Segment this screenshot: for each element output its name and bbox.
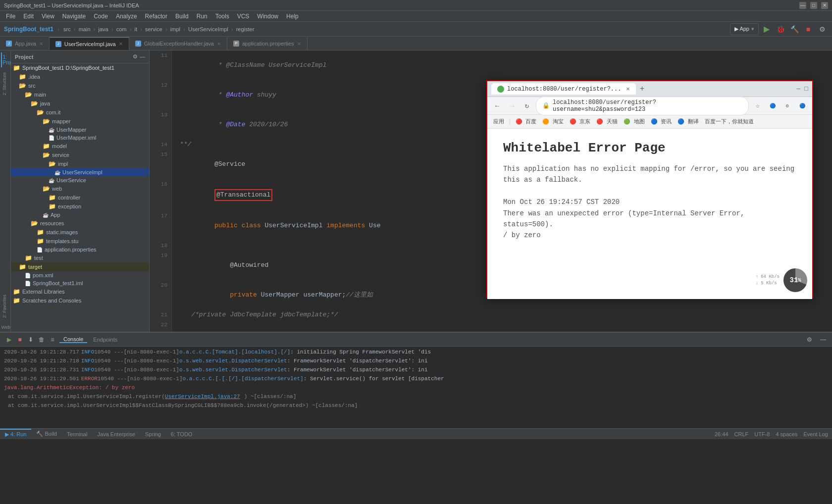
settings-button[interactable]: ⚙ (816, 23, 828, 35)
stop-button[interactable]: ■ (802, 23, 814, 35)
project-tab[interactable]: 1: Project (1, 52, 10, 67)
settings-run[interactable]: ⚙ (804, 335, 814, 345)
stack-link-1[interactable]: UserServiceImpl.java:27 (165, 392, 240, 401)
tree-app-properties[interactable]: 📄 application.properties (11, 246, 149, 253)
bookmark-taobao[interactable]: 🟠 淘宝 (540, 118, 566, 125)
tree-target[interactable]: 📁 target (11, 262, 149, 271)
extension-button3[interactable]: 🔵 (796, 100, 808, 112)
tree-idea[interactable]: 📁 .idea (11, 72, 149, 81)
tree-model[interactable]: 📁 model (11, 142, 149, 151)
tree-templates[interactable]: 📁 templates.stu (11, 237, 149, 246)
java-enterprise-tab[interactable]: Java Enterprise (93, 431, 140, 437)
bookmark-ditu[interactable]: 🟢 地图 (622, 118, 647, 125)
tab-userserviceimpl[interactable]: J UserServiceImpl.java ✕ (50, 37, 129, 50)
rerun-button[interactable]: ▶ (4, 335, 14, 345)
refresh-button[interactable]: ↻ (521, 100, 533, 112)
tab-globalexception[interactable]: J GlobalExceptionHandler.java ✕ (129, 37, 227, 50)
new-tab-button[interactable]: + (640, 85, 645, 94)
structure-tab[interactable]: 2: Structure (1, 68, 10, 100)
tree-web[interactable]: 📂 web (11, 184, 149, 193)
code-editor[interactable]: 11 * @ClassName UserServiceImpl 12 * @Au… (150, 50, 832, 332)
tree-controller[interactable]: 📁 controller (11, 193, 149, 202)
bookmark-zixun[interactable]: 🔵 资讯 (649, 118, 674, 125)
close-button[interactable]: ✕ (821, 2, 828, 9)
menu-refactor[interactable]: Refactor (141, 11, 171, 22)
tree-scratches[interactable]: 📁 Scratches and Consoles (11, 296, 149, 305)
clear-output[interactable]: 🗑 (37, 335, 47, 345)
menu-navigate[interactable]: Navigate (58, 11, 90, 22)
back-button[interactable]: ← (491, 100, 503, 112)
tree-main[interactable]: 📂 main (11, 90, 149, 99)
tree-comit[interactable]: 📂 com.it (11, 108, 149, 117)
extension-button2[interactable]: ⚙ (781, 100, 793, 112)
sidebar-gear[interactable]: ⚙ (133, 53, 138, 60)
todo-tab[interactable]: 6: TODO (166, 431, 198, 437)
maximize-button[interactable]: □ (810, 2, 817, 9)
scroll-to-end[interactable]: ⬇ (26, 335, 36, 345)
run-tab-btn[interactable]: ▶ 4: Run (0, 429, 31, 439)
tree-java[interactable]: 📂 java (11, 99, 149, 108)
tab-close-props[interactable]: ✕ (297, 41, 301, 47)
tree-service[interactable]: 📂 service (11, 151, 149, 159)
tree-userserviceimpl[interactable]: ☕ UserServiceImpl (11, 168, 149, 176)
run-config-dropdown[interactable]: ▶ App ▾ (730, 23, 759, 35)
tree-resources[interactable]: 📂 resources (11, 219, 149, 228)
endpoints-tab[interactable]: Endpoints (89, 337, 121, 343)
tab-close-globalexception[interactable]: ✕ (217, 41, 221, 47)
tab-close-userservice[interactable]: ✕ (119, 41, 123, 47)
build-button[interactable]: 🔨 (788, 23, 800, 35)
forward-button[interactable]: → (506, 100, 518, 112)
close-run[interactable]: — (818, 335, 828, 345)
minimize-button[interactable]: — (799, 2, 806, 9)
bookmark-jd[interactable]: 🔴 京东 (568, 118, 593, 125)
menu-window[interactable]: Window (253, 11, 282, 22)
menu-code[interactable]: Code (90, 11, 112, 22)
tree-mapper[interactable]: 📂 mapper (11, 117, 149, 126)
tab-application-properties[interactable]: P application.properties ✕ (227, 37, 308, 50)
terminal-tab-btn[interactable]: Terminal (62, 431, 93, 437)
tree-usermapper-java[interactable]: ☕ UserMapper (11, 126, 149, 134)
bookmark-button[interactable]: ☆ (752, 100, 764, 112)
tree-usermapper-xml[interactable]: 📄 UserMapper.xml (11, 134, 149, 142)
web-tab[interactable]: Web (1, 323, 10, 332)
tree-test[interactable]: 📁 test (11, 253, 149, 262)
build-tab-btn[interactable]: 🔨 Build (31, 431, 62, 437)
tab-app-java[interactable]: J App.java ✕ (0, 37, 50, 50)
menu-run[interactable]: Run (193, 11, 211, 22)
tab-close-app[interactable]: ✕ (39, 41, 43, 47)
bookmark-baidusearch[interactable]: 百度一下，你就知道 (703, 118, 756, 125)
menu-file[interactable]: File (2, 11, 19, 22)
url-bar[interactable]: 🔒 localhost:8080/user/register?username=… (536, 97, 749, 115)
browser-maximize[interactable]: □ (804, 85, 808, 93)
favorites-tab[interactable]: 2: Favorites (1, 291, 10, 322)
bookmark-tianmao[interactable]: 🔴 天猫 (594, 118, 620, 125)
fold-all[interactable]: ≡ (48, 335, 57, 345)
spring-tab[interactable]: Spring (140, 431, 166, 437)
tree-pom[interactable]: 📄 pom.xml (11, 271, 149, 279)
menu-view[interactable]: View (38, 11, 58, 22)
bookmark-fanyi[interactable]: 🔵 翻译 (676, 118, 701, 125)
browser-tab[interactable]: localhost:8080/user/register?... ✕ (491, 83, 636, 95)
menu-vcs[interactable]: VCS (233, 11, 254, 22)
tree-exception[interactable]: 📁 exception (11, 202, 149, 211)
sidebar-close[interactable]: — (140, 53, 145, 60)
menu-help[interactable]: Help (282, 11, 303, 22)
window-controls[interactable]: — □ ✕ (799, 2, 828, 9)
bookmark-baidu[interactable]: 🔴 百度 (514, 118, 539, 125)
bookmark-apps[interactable]: 应用 (491, 118, 506, 125)
tree-iml[interactable]: 📄 SpringBoot_test1.iml (11, 279, 149, 287)
debug-button[interactable]: 🐞 (775, 23, 786, 35)
tree-impl[interactable]: 📂 impl (11, 159, 149, 168)
extension-button1[interactable]: 🔵 (767, 100, 779, 112)
menu-build[interactable]: Build (171, 11, 193, 22)
tree-project-root[interactable]: 📁 SpringBoot_test1 D:\SpringBoot_test1 (11, 63, 149, 72)
stop-run-button[interactable]: ■ (15, 335, 25, 345)
menu-analyze[interactable]: Analyze (112, 11, 141, 22)
run-button[interactable]: ▶ (761, 23, 773, 35)
browser-tab-close[interactable]: ✕ (626, 85, 629, 93)
tree-external-libs[interactable]: 📁 External Libraries (11, 287, 149, 296)
console-tab[interactable]: Console (59, 336, 87, 343)
tree-static-images[interactable]: 📁 static.images (11, 228, 149, 237)
browser-minimize[interactable]: — (796, 85, 800, 93)
tree-app[interactable]: ☕ App (11, 211, 149, 219)
